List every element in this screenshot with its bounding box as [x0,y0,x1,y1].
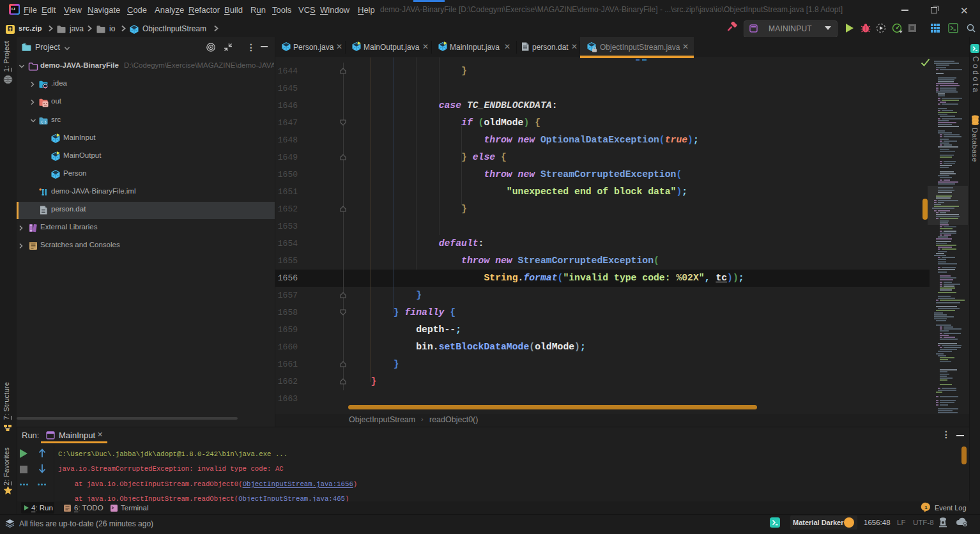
svg-text:1: 1 [924,505,928,510]
